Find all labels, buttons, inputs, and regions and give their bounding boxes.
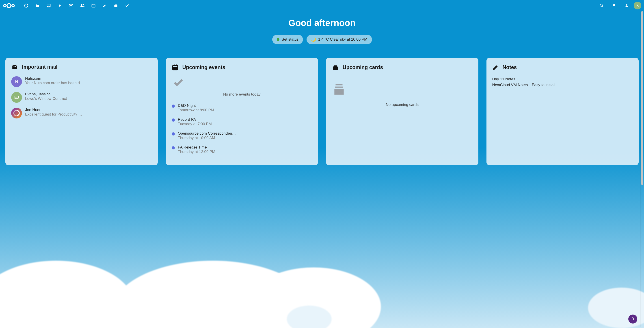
mail-subject: Lowe's Window Contract xyxy=(25,96,67,101)
event-title: Opensource.com Correspondent Me… xyxy=(178,131,236,136)
event-time: Thursday at 10:00 AM xyxy=(178,136,236,140)
event-title: Record PA xyxy=(178,117,212,122)
widget-title: Important mail xyxy=(22,64,57,70)
event-time: Thursday at 12:00 PM xyxy=(178,150,215,154)
widget-important-mail: Important mail N Nuts.com Your Nuts.com … xyxy=(6,58,158,165)
svg-rect-18 xyxy=(172,67,178,70)
event-color-dot xyxy=(172,105,175,108)
user-avatar[interactable]: K xyxy=(634,2,641,10)
mail-item[interactable]: EJ Evans, Jessica Lowe's Window Contract xyxy=(11,92,152,103)
cards-empty-text: No upcoming cards xyxy=(332,102,472,107)
moon-icon: 🌙 xyxy=(311,37,316,42)
svg-point-7 xyxy=(81,4,82,6)
deck-icon xyxy=(332,64,339,71)
tasks-app-icon[interactable] xyxy=(122,0,133,11)
widget-upcoming-events: Upcoming events No more events today D&D… xyxy=(166,58,318,165)
check-icon xyxy=(172,77,312,88)
nextcloud-logo[interactable] xyxy=(3,3,15,9)
svg-rect-24 xyxy=(336,84,342,85)
talk-fab-button[interactable]: 0 xyxy=(628,314,637,323)
note-title: Easy to install xyxy=(532,83,555,87)
widget-title: Notes xyxy=(502,64,517,70)
mail-item[interactable]: N Nuts.com Your Nuts.com order has been … xyxy=(11,76,152,87)
widget-upcoming-cards: Upcoming cards No upcoming cards xyxy=(326,58,478,165)
pencil-icon xyxy=(492,64,499,71)
set-status-button[interactable]: Set status xyxy=(272,35,303,44)
svg-point-0 xyxy=(7,4,11,8)
mail-icon xyxy=(11,64,18,70)
mail-subject: Excellent guest for Productivity … xyxy=(25,112,82,117)
event-time: Tomorrow at 8:00 PM xyxy=(178,108,214,112)
contacts-app-icon[interactable] xyxy=(77,0,88,11)
note-item[interactable]: Day 11 Notes xyxy=(492,77,633,81)
svg-point-14 xyxy=(626,4,628,6)
files-app-icon[interactable] xyxy=(32,0,43,11)
mail-from: Jon Huot xyxy=(25,108,82,112)
event-time: Tuesday at 7:00 PM xyxy=(178,122,212,126)
svg-rect-22 xyxy=(334,89,344,95)
note-title: NextCloud VM Notes xyxy=(492,83,528,87)
weather-button[interactable]: 🌙 1.4 °C Clear sky at 10:00 PM xyxy=(306,35,372,44)
events-empty-text: No more events today xyxy=(172,92,312,97)
svg-rect-11 xyxy=(114,5,117,5)
events-empty-today: No more events today xyxy=(172,77,312,97)
svg-rect-10 xyxy=(114,5,117,7)
notes-app-icon[interactable] xyxy=(99,0,110,11)
svg-rect-23 xyxy=(335,87,343,88)
activity-app-icon[interactable] xyxy=(54,0,66,11)
event-item[interactable]: PA Release Time Thursday at 12:00 PM xyxy=(172,145,312,154)
contacts-menu-icon[interactable] xyxy=(621,0,632,11)
svg-point-3 xyxy=(25,4,28,8)
svg-rect-9 xyxy=(92,4,95,7)
svg-point-2 xyxy=(12,5,14,7)
widget-notes: Notes Day 11 Notes NextCloud VM Notes Ea… xyxy=(486,58,639,165)
svg-rect-12 xyxy=(115,4,117,5)
greeting-title: Good afternoon xyxy=(0,18,644,28)
event-item[interactable]: Opensource.com Correspondent Me… Thursda… xyxy=(172,131,312,140)
event-item[interactable]: Record PA Tuesday at 7:00 PM xyxy=(172,117,312,126)
svg-rect-21 xyxy=(334,65,337,66)
event-color-dot xyxy=(172,118,175,122)
deck-empty-icon xyxy=(332,82,472,96)
mail-item[interactable]: Jon Huot Excellent guest for Productivit… xyxy=(11,108,152,118)
svg-point-1 xyxy=(4,5,6,7)
note-item-row[interactable]: NextCloud VM Notes Easy to install … xyxy=(492,83,633,87)
widget-title: Upcoming cards xyxy=(342,64,383,70)
mail-avatar xyxy=(11,108,22,118)
status-online-dot xyxy=(277,38,280,41)
mail-avatar: EJ xyxy=(11,92,22,103)
event-item[interactable]: D&D Night Tomorrow at 8:00 PM xyxy=(172,103,312,112)
event-title: PA Release Time xyxy=(178,145,215,150)
svg-point-13 xyxy=(600,4,602,7)
deck-app-icon[interactable] xyxy=(110,0,122,11)
svg-point-8 xyxy=(83,4,84,5)
svg-rect-19 xyxy=(333,67,338,70)
photos-app-icon[interactable] xyxy=(43,0,54,11)
search-icon[interactable] xyxy=(596,0,607,11)
set-status-label: Set status xyxy=(282,37,299,42)
weather-label: 1.4 °C Clear sky at 10:00 PM xyxy=(318,37,367,42)
mail-subject: Your Nuts.com order has been d… xyxy=(25,81,84,85)
widget-title: Upcoming events xyxy=(182,64,226,70)
note-more: … xyxy=(629,83,633,87)
event-title: D&D Night xyxy=(178,103,214,108)
event-color-dot xyxy=(172,146,175,149)
calendar-app-icon[interactable] xyxy=(88,0,99,11)
calendar-icon xyxy=(172,64,179,71)
event-color-dot xyxy=(172,132,175,135)
svg-point-5 xyxy=(48,5,48,6)
svg-rect-20 xyxy=(334,66,338,67)
mail-from: Nuts.com xyxy=(25,76,84,81)
notifications-icon[interactable] xyxy=(608,0,620,11)
background-clouds xyxy=(0,238,644,328)
top-navbar: K xyxy=(0,0,644,11)
mail-from: Evans, Jessica xyxy=(25,92,67,96)
dashboard-app-icon[interactable] xyxy=(20,0,32,11)
mail-avatar: N xyxy=(11,76,22,87)
mail-app-icon[interactable] xyxy=(66,0,77,11)
